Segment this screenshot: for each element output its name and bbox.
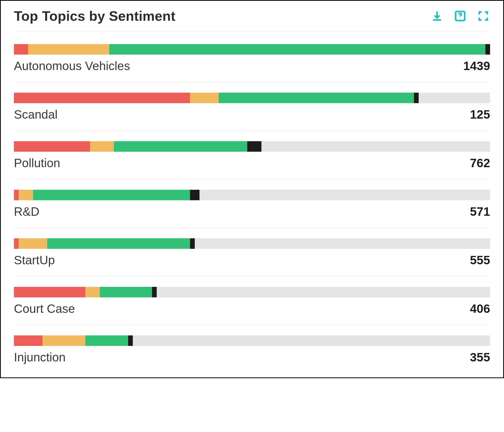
download-icon xyxy=(431,10,443,22)
segment-warning xyxy=(43,335,85,346)
segment-negative xyxy=(14,238,19,249)
help-icon xyxy=(454,10,466,22)
topic-value: 355 xyxy=(470,350,490,364)
segment-negative xyxy=(14,93,190,103)
topic-label: Court Case xyxy=(14,302,75,316)
topic-row-meta: R&D571 xyxy=(14,204,490,219)
topic-row[interactable]: StartUp555 xyxy=(14,228,490,276)
download-button[interactable] xyxy=(430,9,444,23)
segment-negative xyxy=(14,190,19,200)
segment-other xyxy=(190,190,200,200)
topic-value: 125 xyxy=(470,107,490,122)
topic-row[interactable]: Scandal125 xyxy=(14,82,490,131)
segment-warning xyxy=(19,238,47,249)
segment-positive xyxy=(100,287,152,297)
segment-other xyxy=(152,287,157,297)
topic-label: Injunction xyxy=(14,350,66,364)
help-button[interactable] xyxy=(453,9,467,23)
topic-value: 571 xyxy=(470,204,490,219)
segment-warning xyxy=(19,190,33,200)
sentiment-bar xyxy=(14,238,490,249)
sentiment-bar xyxy=(14,287,490,297)
topic-label: Autonomous Vehicles xyxy=(14,59,130,73)
segment-positive xyxy=(109,44,485,55)
segment-other xyxy=(485,44,490,55)
topic-row-meta: Injunction355 xyxy=(14,350,490,364)
panel-header: Top Topics by Sentiment xyxy=(14,8,490,31)
topic-row[interactable]: Injunction355 xyxy=(14,325,490,367)
topic-row[interactable]: Court Case406 xyxy=(14,276,490,325)
topic-row-meta: Court Case406 xyxy=(14,302,490,316)
topic-row-meta: Autonomous Vehicles1439 xyxy=(14,59,490,73)
topic-row[interactable]: Autonomous Vehicles1439 xyxy=(14,34,490,82)
topic-value: 1439 xyxy=(463,59,490,73)
segment-warning xyxy=(28,44,109,55)
topics-sentiment-panel: Top Topics by Sentiment xyxy=(0,0,504,378)
segment-other xyxy=(190,238,195,249)
expand-icon xyxy=(477,10,489,22)
topic-label: Scandal xyxy=(14,107,57,122)
topic-value: 406 xyxy=(470,302,490,316)
topic-label: StartUp xyxy=(14,253,55,267)
segment-positive xyxy=(33,190,190,200)
topic-value: 762 xyxy=(470,156,490,170)
segment-negative xyxy=(14,141,90,152)
topic-row-meta: Scandal125 xyxy=(14,107,490,122)
segment-negative xyxy=(14,44,28,55)
panel-title: Top Topics by Sentiment xyxy=(14,8,175,24)
sentiment-bar xyxy=(14,141,490,152)
segment-positive xyxy=(85,335,128,346)
segment-warning xyxy=(85,287,99,297)
topic-rows: Autonomous Vehicles1439Scandal125Polluti… xyxy=(14,34,490,367)
sentiment-bar xyxy=(14,335,490,346)
segment-positive xyxy=(114,141,247,152)
topic-row[interactable]: R&D571 xyxy=(14,179,490,228)
topic-label: Pollution xyxy=(14,156,60,170)
sentiment-bar xyxy=(14,190,490,200)
topic-label: R&D xyxy=(14,204,39,219)
sentiment-bar xyxy=(14,44,490,55)
segment-positive xyxy=(219,93,414,103)
segment-warning xyxy=(190,93,219,103)
sentiment-bar xyxy=(14,93,490,103)
panel-actions xyxy=(430,9,490,23)
segment-other xyxy=(247,141,261,152)
topic-row-meta: Pollution762 xyxy=(14,156,490,170)
segment-other xyxy=(128,335,133,346)
segment-other xyxy=(414,93,419,103)
fullscreen-button[interactable] xyxy=(476,9,490,23)
segment-positive xyxy=(47,238,190,249)
segment-negative xyxy=(14,335,43,346)
topic-value: 555 xyxy=(470,253,490,267)
svg-point-1 xyxy=(460,18,460,18)
topic-row[interactable]: Pollution762 xyxy=(14,131,490,179)
topic-row-meta: StartUp555 xyxy=(14,253,490,267)
segment-negative xyxy=(14,287,85,297)
segment-warning xyxy=(90,141,114,152)
